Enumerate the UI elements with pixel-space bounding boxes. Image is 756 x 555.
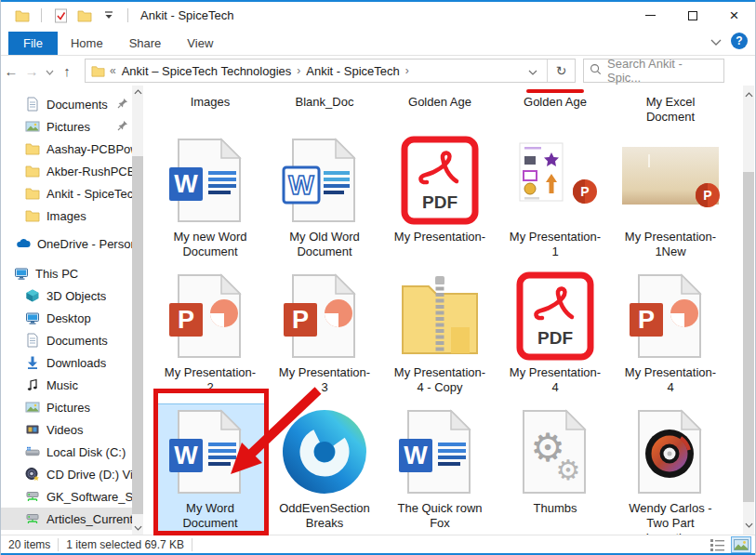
details-view-button[interactable] — [707, 536, 727, 553]
main-scrollbar-thumb[interactable] — [743, 172, 754, 502]
refresh-icon[interactable]: ↻ — [547, 59, 575, 82]
sidebar-item-desktop[interactable]: Desktop — [1, 307, 132, 329]
file-label: Images — [163, 95, 259, 110]
new-folder-icon[interactable] — [76, 7, 93, 24]
file-item-my-new-word-document[interactable]: WMy new Word Document — [154, 132, 266, 262]
breadcrumb-item-ankit-spicetech[interactable]: Ankit - SpiceTech — [302, 64, 403, 78]
sidebar-item-label: 3D Objects — [46, 289, 106, 303]
file-item-my-presentation-1[interactable]: PMy Presentation-1 — [499, 132, 611, 262]
folder-icon — [25, 164, 40, 178]
file-item-my-presentation-3[interactable]: PMy Presentation-3 — [269, 268, 380, 398]
breadcrumb-prefix[interactable]: « — [108, 64, 118, 77]
sidebar-item-label: Articles_Current — [46, 512, 132, 526]
breadcrumb-chevron-icon[interactable]: › — [295, 64, 302, 77]
file-item-my-presentation-4[interactable]: PDFMy Presentation-4 — [499, 268, 611, 398]
svg-text:P: P — [292, 306, 309, 334]
properties-check-icon[interactable] — [52, 7, 69, 24]
sidebar-item-local-disk-c[interactable]: Local Disk (C:) — [1, 441, 132, 463]
sidebar-item-articles-current[interactable]: Articles_Current — [1, 508, 132, 530]
sidebar-item-gk-software-sys[interactable]: GK_Software_Sys — [1, 485, 132, 508]
sidebar-scrollbar-thumb[interactable] — [132, 156, 143, 514]
cube-icon — [25, 288, 40, 303]
status-bar: 20 items 1 item selected 69.7 KB — [1, 535, 755, 553]
file-item-my-presentation[interactable]: PDFMy Presentation- — [384, 132, 496, 262]
sidebar-item-pictures[interactable]: Pictures — [1, 115, 132, 138]
minimize-button[interactable] — [630, 2, 671, 29]
sidebar-item-akber-rushpcb[interactable]: Akber-RushPCB- — [1, 160, 132, 182]
sidebar-item-pictures[interactable]: Pictures — [1, 396, 132, 418]
recent-locations-chevron-icon[interactable] — [42, 62, 57, 79]
netdrive-icon — [25, 489, 40, 504]
scroll-up-icon[interactable] — [132, 86, 143, 99]
up-icon[interactable]: ↑ — [57, 63, 77, 79]
sidebar-item-3d-objects[interactable]: 3D Objects — [1, 284, 132, 307]
file-item-golden-age[interactable]: Golden Age — [499, 93, 611, 134]
sidebar-item-onedrive-person[interactable]: OneDrive - Person — [1, 232, 132, 255]
file-item-wendy-carlos-two-part-invention[interactable]: Wendy Carlos - Two Part Invention — [615, 403, 726, 534]
search-input[interactable]: Search Ankit - Spic... — [583, 59, 724, 83]
svg-text:W: W — [174, 170, 198, 198]
maximize-button[interactable] — [671, 2, 713, 29]
back-icon[interactable]: ← — [1, 63, 21, 79]
file-item-images[interactable]: Images — [154, 93, 266, 134]
folder-icon — [25, 186, 40, 201]
file-explorer-window: Ankit - SpiceTech × FileHomeShareView ? … — [0, 0, 756, 555]
ribbon-tabs: FileHomeShareView ? — [1, 29, 755, 56]
titlebar-separator — [127, 8, 128, 22]
folder-icon — [25, 208, 40, 223]
tab-view[interactable]: View — [174, 32, 226, 55]
word-icon: W — [154, 132, 266, 225]
svg-text:PDF: PDF — [422, 192, 458, 212]
breadcrumb-chevron-icon[interactable]: › — [404, 64, 411, 77]
sidebar-item-aashay-pcbpow[interactable]: Aashay-PCBPow — [1, 138, 132, 160]
file-label: The Quick rown Fox — [392, 501, 488, 531]
sidebar-item-label: Images — [46, 209, 86, 223]
file-label: My Old Word Document — [277, 230, 373, 259]
breadcrumb-item-ankit-spicetech-technologies[interactable]: Ankit – SpiceTech Technologies — [118, 64, 296, 78]
sidebar-item-music[interactable]: Music — [1, 374, 132, 396]
tab-share[interactable]: Share — [116, 32, 175, 55]
sidebar-scrollbar[interactable] — [132, 86, 143, 535]
file-label: Thumbs — [508, 501, 603, 516]
file-item-blank-doc[interactable]: Blank_Doc — [269, 93, 380, 134]
qat-customize-icon[interactable] — [100, 7, 117, 24]
file-item-my-old-word-document[interactable]: WMy Old Word Document — [269, 132, 380, 262]
address-bar[interactable]: « Ankit – SpiceTech Technologies›Ankit -… — [85, 59, 576, 83]
file-label: My Presentation-4 — [623, 365, 719, 395]
sidebar-item-documents[interactable]: Documents — [1, 329, 132, 351]
address-dropdown-chevron-icon[interactable] — [519, 64, 547, 78]
file-item-my-presentation-2[interactable]: PMy Presentation-2 — [154, 268, 266, 398]
sidebar-item-cd-drive-d-vir[interactable]: CD Drive (D:) Vir — [1, 463, 132, 485]
scroll-down-icon[interactable] — [132, 522, 143, 535]
file-item-my-excel-docment[interactable]: My Excel Docment — [615, 93, 726, 134]
file-item-the-quick-rown-fox[interactable]: WThe Quick rown Fox — [384, 403, 496, 534]
forward-icon[interactable]: → — [21, 63, 42, 79]
file-item-golden-age[interactable]: Golden Age — [384, 93, 496, 134]
scroll-up-icon[interactable] — [743, 88, 754, 101]
svg-text:⚙: ⚙ — [556, 454, 581, 486]
file-item-my-presentation-4[interactable]: PMy Presentation-4 — [615, 268, 726, 398]
sidebar-item-videos[interactable]: Videos — [1, 418, 132, 441]
tab-home[interactable]: Home — [58, 32, 116, 55]
thumbnail-view-button[interactable] — [731, 536, 751, 553]
word-icon: W — [384, 403, 496, 496]
main-scrollbar[interactable] — [743, 86, 754, 535]
close-button[interactable]: × — [713, 2, 755, 29]
ppt-icon: P — [154, 268, 266, 361]
file-item-thumbs[interactable]: ⚙⚙Thumbs — [499, 403, 611, 534]
sidebar-item-this-pc[interactable]: This PC — [1, 262, 132, 284]
sidebar-item-label: Downloads — [46, 356, 106, 370]
sidebar-item-images[interactable]: Images — [1, 205, 132, 227]
videos-icon — [25, 422, 40, 437]
help-icon[interactable]: ? — [731, 33, 748, 49]
sidebar-item-label: Videos — [46, 423, 84, 437]
file-item-my-presentation-1new[interactable]: PMy Presentation-1New — [615, 132, 726, 262]
sidebar-item-downloads[interactable]: Downloads — [1, 351, 132, 374]
sidebar-item-documents[interactable]: Documents — [1, 93, 132, 115]
file-item-my-presentation-4-copy[interactable]: My Presentation-4 - Copy — [384, 268, 496, 398]
sidebar-item-ankit-spicetecl[interactable]: Ankit - SpiceTecl — [1, 182, 132, 205]
expand-ribbon-chevron-icon[interactable] — [710, 33, 722, 49]
tab-file[interactable]: File — [8, 32, 58, 55]
scroll-down-icon[interactable] — [743, 519, 754, 532]
address-folder-icon — [89, 62, 106, 79]
